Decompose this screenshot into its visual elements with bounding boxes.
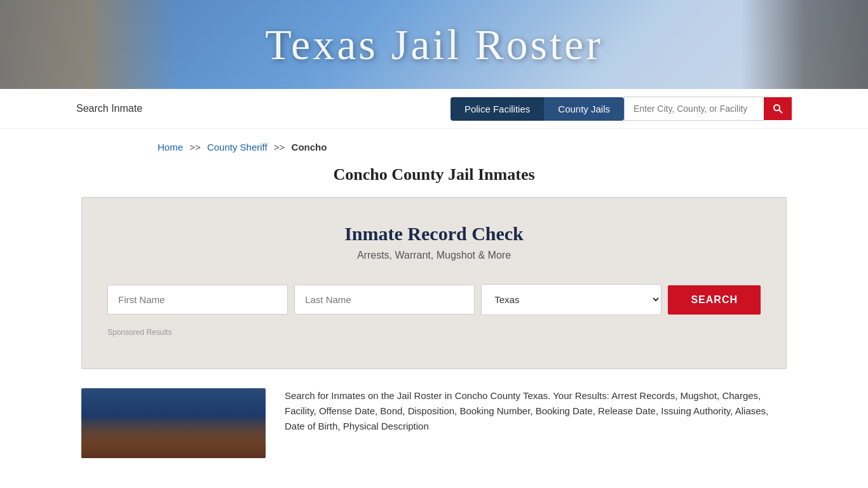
site-title: Texas Jail Roster xyxy=(265,20,603,70)
breadcrumb-sep2: >> xyxy=(274,142,285,152)
breadcrumb-current: Concho xyxy=(292,142,327,152)
svg-point-0 xyxy=(774,105,780,111)
nav-right: Police Facilities County Jails xyxy=(451,97,792,121)
county-image xyxy=(81,388,266,458)
police-facilities-button[interactable]: Police Facilities xyxy=(451,97,544,121)
record-check-title: Inmate Record Check xyxy=(107,223,761,245)
record-check-box: Inmate Record Check Arrests, Warrant, Mu… xyxy=(81,197,787,369)
header-banner: Texas Jail Roster xyxy=(0,0,868,89)
county-jails-button[interactable]: County Jails xyxy=(544,97,624,121)
breadcrumb-home[interactable]: Home xyxy=(158,142,183,152)
facility-search-button[interactable] xyxy=(764,97,792,120)
breadcrumb-sep1: >> xyxy=(189,142,201,152)
capitol-decoration xyxy=(0,0,178,89)
search-icon xyxy=(773,104,783,114)
sponsored-results-label: Sponsored Results xyxy=(107,328,761,337)
record-check-form: AlabamaAlaskaArizonaArkansasCaliforniaCo… xyxy=(107,284,761,315)
building-silhouette xyxy=(81,414,266,458)
bottom-description: Search for Inmates on the Jail Roster in… xyxy=(285,388,787,434)
breadcrumb-county-sheriff[interactable]: County Sheriff xyxy=(207,142,268,152)
first-name-input[interactable] xyxy=(107,285,288,315)
bottom-section: Search for Inmates on the Jail Roster in… xyxy=(81,388,787,477)
record-search-button[interactable]: SEARCH xyxy=(668,285,761,315)
search-inmate-label: Search Inmate xyxy=(76,103,142,114)
last-name-input[interactable] xyxy=(294,285,475,315)
keys-decoration xyxy=(741,0,868,89)
state-select[interactable]: AlabamaAlaskaArizonaArkansasCaliforniaCo… xyxy=(481,284,661,315)
main-wrapper: Home >> County Sheriff >> Concho Concho … xyxy=(69,129,799,477)
breadcrumb: Home >> County Sheriff >> Concho xyxy=(81,129,787,159)
record-check-subtitle: Arrests, Warrant, Mugshot & More xyxy=(107,250,761,261)
page-title: Concho County Jail Inmates xyxy=(81,159,787,197)
facility-search-input[interactable] xyxy=(624,97,764,121)
nav-area: Search Inmate Police Facilities County J… xyxy=(0,89,868,129)
svg-line-1 xyxy=(779,110,782,113)
